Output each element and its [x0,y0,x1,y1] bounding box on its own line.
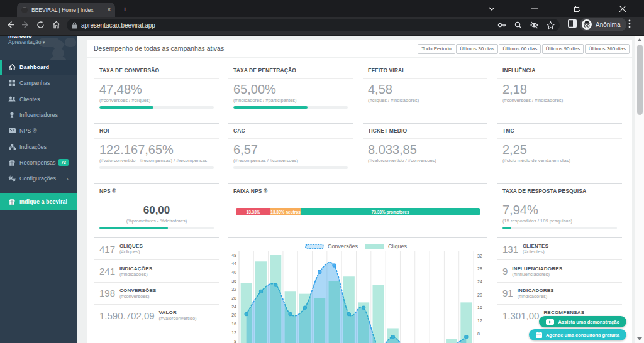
sidebar-nav: DashboardCampanhasClientesInfluenciadore… [0,60,77,187]
new-tab-button[interactable]: + [119,4,130,15]
page-header: Desempenho de todas as campanhas ativas … [87,40,632,57]
stat-value: 198 [99,288,115,298]
reload-button[interactable] [36,20,45,30]
kpi-card-faixa-nps: FAIXA NPS ®13.33%13.33% neutros73.33% pr… [228,183,487,215]
kpi-title: TAXA DE CONVERSÃO [94,63,219,79]
bookmark-star-icon[interactable] [547,21,555,30]
scroll-up-arrow-icon[interactable] [635,36,644,44]
influencer-icon [8,111,16,119]
svg-text:16: 16 [477,305,482,310]
stat-sub-label: (#indicadores) [518,293,554,299]
calendar-icon [536,332,542,338]
kpi-value: 7,94% [497,199,622,217]
incognito-profile-chip[interactable]: Anônima [580,18,626,31]
kpi-value: 2,25 [497,139,622,156]
window-close-button[interactable] [613,3,632,14]
kpi-card-taxa-de-convers-o: TAXA DE CONVERSÃO47,48%(#conversoes / #c… [94,63,219,109]
side-panel-icon[interactable] [568,19,577,28]
kpi-card-tmc: TMC2,25(#ciclo médio de venda em dias) [497,123,622,163]
kpi-formula: (#valorconvertido - #recompensas) / #rec… [94,156,219,163]
kpi-card-taxa-de-resposta-pesquisa: TAXA DE RESPOSTA PESQUISA7,94%(15 respon… [497,183,622,229]
tab-close-icon[interactable]: × [108,7,111,13]
sidebar-item-indica-es[interactable]: Indicações [0,139,77,155]
back-button[interactable] [6,20,15,30]
grid-icon [8,79,16,87]
sidebar-cta-label: Indique a beeviral [19,199,67,205]
main-page: Desempenho de todas as campanhas ativas … [77,36,635,343]
sidebar-item-label: Campanhas [19,80,50,86]
sidebar-item-configura-es[interactable]: Configurações‹ [0,171,77,187]
filter-button-4[interactable]: Últimos 365 dias [585,44,630,54]
forward-button[interactable] [21,20,30,30]
filter-button-1[interactable]: Últimos 30 dias [456,44,498,54]
page-title: Desempenho de todas as campanhas ativas [94,45,224,52]
window-restore-button[interactable] [568,3,587,14]
sidebar-item-nps[interactable]: NPS ® [0,123,77,139]
kpi-title: CAC [228,124,353,139]
stat-value: 1.590.702,09 [99,310,155,321]
sidebar-user-panel[interactable]: Marcelo Apresentação ▾ [0,36,77,60]
sidebar-item-dashboard[interactable]: Dashboard [0,60,77,75]
address-bar[interactable]: apresentacao.beeviral.app [67,19,560,31]
stat-value: 241 [99,266,115,276]
stat-row-cliques: 417CLIQUES(#cliques) [94,238,219,260]
gears-icon [8,175,16,182]
url-text: apresentacao.beeviral.app [81,22,497,29]
watch-demo-button[interactable]: Assista uma demonstração [539,316,626,327]
kpi-card-nps: NPS ®60,00(%promotores - %detratores) [94,183,219,229]
browser-window: BEEVIRAL | Home | Index × + apresentaca [0,0,644,343]
scrollbar-thumb[interactable] [637,45,643,115]
filter-button-3[interactable]: Últimos 90 dias [542,44,584,54]
performance-chart: 4844403632282420161283228242016128 [228,242,487,343]
kpi-title: TMC [497,124,622,139]
kpi-progress-bar [502,227,617,229]
incognito-avatar-icon [582,19,592,30]
schedule-consulting-button[interactable]: Agende uma consultoria gratuita [529,329,626,340]
user-role-dropdown[interactable]: Apresentação ▾ [8,39,45,45]
browser-menu-icon[interactable] [628,19,631,28]
users-icon [8,95,16,103]
beeviral-favicon-icon [21,7,28,13]
filter-button-0[interactable]: Todo Período [418,44,455,54]
filter-button-2[interactable]: Últimos 60 dias [499,44,541,54]
kpi-formula: (#cliques / #indicadores) [363,96,487,103]
stat-value: 91 [502,288,513,298]
sidebar-item-recompensas[interactable]: Recompensas73 [0,155,77,170]
kpi-progress-bar [233,166,348,169]
kpi-value: 122.167,65% [94,139,219,156]
zoom-search-icon[interactable] [514,21,522,29]
stat-sub-label: (#cliques) [119,249,143,254]
tab-search-chevron-icon[interactable] [482,3,501,14]
kpi-title: TAXA DE PENETRAÇÃO [228,63,353,79]
password-key-icon[interactable] [497,21,506,29]
sidebar-item-influenciadores[interactable]: Influenciadores [0,107,77,122]
video-icon [546,319,554,325]
stat-sub-label: (#indicacoes) [119,271,152,277]
schedule-consulting-label: Agende uma consultoria gratuita [546,332,619,338]
stat-sub-label: (#clientes) [523,249,548,254]
kpi-title: INFLUÊNCIA [497,63,622,79]
kpi-value: 60,00 [94,199,219,217]
kpi-card-efeito-viral: EFEITO VIRAL4,58(#cliques / #indicadores… [363,63,487,103]
kpi-card-taxa-de-penetra-o: TAXA DE PENETRAÇÃO65,00%(#indicadores / … [228,63,353,109]
svg-text:40: 40 [231,270,236,275]
right-stats-card: 131CLIENTES(#clientes)9INFLUENCIADORES(#… [497,237,622,327]
nps-range-bar: 13.33%13.33% neutros73.33% promotores [236,208,480,215]
kpi-card-influ-ncia: INFLUÊNCIA2,18(#conversoes / #indicadore… [497,63,622,103]
sidebar-item-label: Clientes [19,96,40,102]
svg-text:16: 16 [231,322,236,326]
kpi-card-roi: ROI122.167,65%(#valorconvertido - #recom… [94,123,219,169]
sidebar-item-indique-a-beeviral[interactable]: Indique a beeviral [0,193,77,210]
tab-strip: BEEVIRAL | Home | Index × + [0,0,644,17]
scroll-down-arrow-icon[interactable] [635,335,644,343]
browser-tab[interactable]: BEEVIRAL | Home | Index × [17,3,115,17]
svg-text:32: 32 [231,287,236,291]
kpi-title: ROI [94,124,219,139]
kpi-value: 4,58 [363,79,487,96]
page-scrollbar[interactable] [635,36,644,343]
window-minimize-button[interactable] [525,3,544,14]
home-button[interactable] [52,20,61,30]
eye-off-icon[interactable] [530,21,538,29]
sidebar-item-clientes[interactable]: Clientes [0,91,77,107]
sidebar-item-campanhas[interactable]: Campanhas [0,75,77,91]
